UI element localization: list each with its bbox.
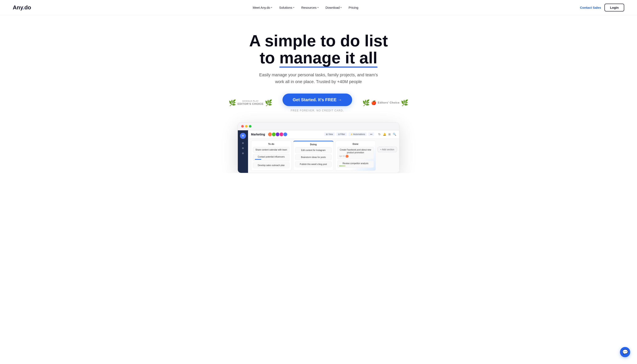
kanban-card[interactable]: Share content calendar with team <box>253 147 290 153</box>
app-preview-container: M Marketing ⊞ <box>238 122 399 173</box>
close-dot <box>241 125 244 128</box>
maximize-dot <box>249 125 252 128</box>
kanban-card[interactable]: Create Facebook post about new product p… <box>337 147 374 159</box>
nav-meet-anydo[interactable]: Meet Any.do ▾ <box>250 4 275 11</box>
navbar: Any.do Meet Any.do ▾ Solutions ▾ Resourc… <box>0 0 637 15</box>
hero-badges-cta: 🌿 GOOGLE PLAY EDITOR'S CHOICE 🌿 Get Star… <box>9 94 628 112</box>
kanban-board: To do Share content calendar with team C… <box>248 139 399 173</box>
view-chip[interactable]: ⊞ View <box>324 132 334 136</box>
sidebar-icon-2 <box>242 147 244 149</box>
hero-title-line1: A simple to do list <box>249 32 388 50</box>
board-title: Marketing <box>251 133 265 136</box>
kanban-card[interactable]: Develop sales outreach plan <box>253 162 290 168</box>
kanban-col-done: Done Create Facebook post about new prod… <box>335 141 376 171</box>
kanban-card[interactable]: Review competitor analysis <box>337 160 374 168</box>
get-started-button[interactable]: Get Started. It's FREE → <box>283 94 352 106</box>
kanban-card[interactable]: Edit content for Instagram <box>295 147 332 153</box>
nav-solutions[interactable]: Solutions ▾ <box>276 4 297 11</box>
search-icon[interactable]: 🔍 <box>393 133 396 136</box>
sidebar-icon-3 <box>242 152 244 154</box>
hero-title-highlight: manage it all <box>279 49 377 66</box>
col-header-todo: To do <box>253 143 290 145</box>
automations-chip[interactable]: ⚡ Automations <box>348 132 367 136</box>
google-play-badge: 🌿 GOOGLE PLAY EDITOR'S CHOICE 🌿 <box>229 99 272 106</box>
cta-area: Get Started. It's FREE → FREE FOREVER. N… <box>283 94 352 112</box>
app-sidebar: M <box>238 130 248 173</box>
kanban-col-todo: To do Share content calendar with team C… <box>251 141 291 171</box>
logo-text: Any <box>13 4 23 11</box>
kanban-card[interactable]: Brainstorm ideas for posts <box>295 154 332 160</box>
wreath-left-icon: 🌿 <box>229 99 236 106</box>
col-header-doing: Doing <box>295 143 332 146</box>
hero-section: A simple to do list to manage it all Eas… <box>0 15 637 173</box>
apple-icon: 🍎 <box>371 100 376 105</box>
app-avatar-group <box>268 132 288 137</box>
minimize-dot <box>245 125 248 128</box>
col-header-done: Done <box>337 143 374 145</box>
nav-links: Meet Any.do ▾ Solutions ▾ Resources ▾ Do… <box>250 4 361 11</box>
chevron-down-icon: ▾ <box>340 6 342 9</box>
app-icons-right: ↻ 🔔 ⊞ 🔍 <box>378 133 396 136</box>
wreath-left-icon: 🌿 <box>362 99 370 106</box>
app-body: M Marketing ⊞ <box>238 130 399 173</box>
kanban-card[interactable]: Publish this week's blog post <box>295 162 332 167</box>
sidebar-icon-1 <box>242 142 244 144</box>
apple-editors-choice-badge: 🌿 🍎 Editors' Choice 🌿 <box>362 99 408 106</box>
contact-sales-link[interactable]: Contact Sales <box>580 6 601 9</box>
refresh-icon[interactable]: ↻ <box>378 133 381 136</box>
app-action-chips: ⊞ View ⊟ Filter ⚡ Automations ••• <box>324 132 374 136</box>
card-avatar <box>346 155 348 158</box>
free-forever-text: FREE FOREVER. NO CREDIT CARD. <box>283 109 352 112</box>
wreath-right-icon: 🌿 <box>401 99 408 106</box>
logo-do: do <box>24 4 31 11</box>
nav-actions: Contact Sales Login <box>580 4 624 12</box>
add-section-area: + Add section <box>377 141 397 171</box>
wreath-right-icon: 🌿 <box>265 99 272 106</box>
app-header-bar: Marketing ⊞ View ⊟ Filter ⚡ Automations … <box>248 130 399 139</box>
grid-icon[interactable]: ⊞ <box>388 133 391 136</box>
bell-icon[interactable]: 🔔 <box>383 133 386 136</box>
chevron-down-icon: ▾ <box>271 6 272 9</box>
chevron-down-icon: ▾ <box>317 6 319 9</box>
nav-download[interactable]: Download ▾ <box>323 4 345 11</box>
add-section-button[interactable]: + Add section <box>377 147 397 152</box>
nav-pricing[interactable]: Pricing <box>346 4 361 11</box>
hero-title-line2: to manage it all <box>260 49 377 67</box>
card-date: Apr 23 <box>339 155 345 158</box>
app-titlebar <box>238 122 399 130</box>
badge-google-main: EDITOR'S CHOICE <box>237 102 263 106</box>
apple-badge-label: Editors' Choice <box>378 101 399 104</box>
badge-google-small: GOOGLE PLAY <box>237 100 263 102</box>
filter-chip[interactable]: ⊟ Filter <box>336 132 347 136</box>
nav-resources[interactable]: Resources ▾ <box>298 4 322 11</box>
chevron-down-icon: ▾ <box>293 6 294 9</box>
avatar: M <box>240 133 246 139</box>
hero-subtitle: Easily manage your personal tasks, famil… <box>259 72 378 85</box>
kanban-col-doing: Doing Edit content for Instagram Brainst… <box>293 141 334 171</box>
login-button[interactable]: Login <box>604 4 624 12</box>
hero-title: A simple to do list to manage it all <box>233 32 404 66</box>
more-chip[interactable]: ••• <box>368 132 374 136</box>
card-blue-bar <box>255 159 261 160</box>
app-main: Marketing ⊞ View ⊟ Filter ⚡ Automations … <box>248 130 399 173</box>
window-controls <box>241 125 252 128</box>
kanban-card[interactable]: Contact potential influencers <box>253 154 290 161</box>
avatar-5 <box>283 132 288 137</box>
logo[interactable]: Any.do <box>13 4 31 11</box>
